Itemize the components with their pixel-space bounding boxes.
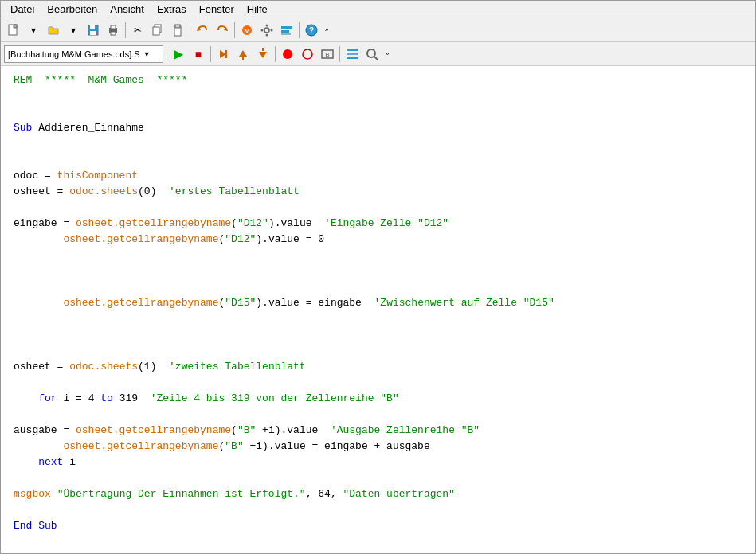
code-line-10: eingabe = osheet.getcellrangebyname("D12… (1, 216, 755, 232)
svg-point-19 (261, 29, 264, 31)
doc-selector-label: [Buchhaltung M&M Games.ods].S (8, 49, 140, 59)
help-button[interactable]: ? (302, 21, 321, 40)
code-line-29: End Sub (1, 518, 755, 534)
app-window: Datei Bearbeiten Ansicht Extras Fenster … (0, 0, 756, 554)
menu-ansicht[interactable]: Ansicht (104, 2, 151, 17)
cut-button[interactable]: ✂ (128, 21, 147, 40)
svg-rect-9 (153, 27, 159, 35)
macro-button[interactable]: M (237, 21, 257, 40)
code-editor[interactable]: REM ***** M&M Games ***** Sub Addieren_E… (1, 66, 755, 553)
menu-hilfe[interactable]: Hilfe (241, 2, 274, 17)
code-line-14 (1, 279, 755, 295)
svg-point-30 (303, 49, 312, 59)
settings-button[interactable] (257, 21, 276, 40)
svg-marker-27 (239, 50, 247, 57)
svg-rect-33 (347, 49, 358, 51)
svg-point-29 (283, 49, 292, 59)
code-line-22 (1, 407, 755, 423)
menu-bearbeiten[interactable]: Bearbeiten (41, 2, 104, 17)
open-dropdown[interactable]: ▾ (64, 21, 83, 40)
svg-text:?: ? (309, 26, 314, 35)
code-line-20 (1, 375, 755, 391)
code-line-9 (1, 200, 755, 216)
code-line-6 (1, 152, 755, 168)
menu-datei[interactable]: Datei (4, 2, 41, 17)
svg-point-18 (266, 33, 268, 36)
main-toolbar: ▾ ▾ ✂ M (1, 18, 755, 42)
code-line-2 (1, 88, 755, 104)
find-button[interactable] (362, 45, 382, 64)
code-line-23: ausgabe = osheet.getcellrangebyname("B" … (1, 423, 755, 439)
svg-point-16 (264, 28, 269, 33)
code-line-12 (1, 248, 755, 263)
separator-5 (166, 46, 166, 62)
new-dropdown[interactable]: ▾ (24, 21, 43, 40)
toolbar-overflow[interactable]: » (322, 21, 331, 40)
svg-rect-22 (281, 30, 289, 33)
print-button[interactable] (104, 21, 123, 40)
separator-6 (210, 46, 211, 62)
step-out-button[interactable] (253, 45, 272, 64)
document-selector[interactable]: [Buchhaltung M&M Games.ods].S ▼ (4, 45, 163, 63)
menu-bar: Datei Bearbeiten Ansicht Extras Fenster … (1, 1, 755, 18)
code-line-1: REM ***** M&M Games ***** (1, 72, 755, 88)
code-line-27: msgbox "Übertragung Der Einnahmen ist Er… (1, 486, 755, 502)
code-line-24: osheet.getcellrangebyname("B" +i).value … (1, 439, 755, 455)
doc-selector-arrow: ▼ (143, 50, 151, 58)
code-line-25: next i (1, 455, 755, 470)
redo-button[interactable] (213, 21, 232, 40)
step-into-button[interactable] (233, 45, 253, 64)
code-line-13 (1, 263, 755, 279)
svg-rect-7 (111, 32, 116, 35)
paste-button[interactable] (168, 21, 187, 40)
svg-text:B: B (325, 51, 329, 58)
separator-7 (275, 46, 276, 62)
stop-button[interactable]: ■ (189, 45, 208, 64)
separator-8 (339, 46, 340, 62)
svg-text:M: M (244, 27, 250, 35)
code-line-19: osheet = odoc.sheets(1) 'zweites Tabelle… (1, 359, 755, 375)
code-line-4: Sub Addieren_Einnahme (1, 120, 755, 136)
step-over-button[interactable] (213, 45, 233, 64)
toolbar2-overflow[interactable]: » (382, 45, 392, 64)
svg-rect-21 (281, 26, 292, 29)
svg-marker-26 (220, 50, 226, 58)
svg-rect-34 (347, 53, 358, 55)
code-line-7: odoc = thisComponent (1, 168, 755, 184)
copy-button[interactable] (148, 21, 167, 40)
code-line-5 (1, 136, 755, 152)
separator-1 (125, 22, 126, 38)
code-line-15: osheet.getcellrangebyname("D15").value =… (1, 295, 755, 311)
code-line-18 (1, 343, 755, 359)
code-line-16 (1, 311, 755, 327)
variables-button[interactable] (343, 45, 362, 64)
secondary-toolbar: [Buchhaltung M&M Games.ods].S ▼ ▶ ■ B (1, 42, 755, 66)
code-line-11: osheet.getcellrangebyname("D12").value =… (1, 232, 755, 248)
menu-fenster[interactable]: Fenster (193, 2, 241, 17)
code-line-17 (1, 327, 755, 343)
separator-2 (190, 22, 190, 38)
new-button[interactable] (4, 21, 23, 40)
svg-rect-1 (14, 25, 17, 28)
clear-breakpoints-button[interactable] (298, 45, 317, 64)
open-button[interactable] (44, 21, 63, 40)
svg-point-17 (266, 24, 268, 26)
svg-rect-23 (281, 33, 291, 35)
separator-4 (299, 22, 300, 38)
svg-rect-11 (175, 25, 180, 28)
menu-extras[interactable]: Extras (151, 2, 193, 17)
snippets-button[interactable] (277, 21, 296, 40)
svg-marker-28 (259, 52, 267, 58)
breakpoint-button[interactable] (278, 45, 297, 64)
watch-button[interactable]: B (318, 45, 337, 64)
run-button[interactable]: ▶ (169, 45, 188, 64)
svg-rect-35 (347, 57, 358, 59)
code-line-8: osheet = odoc.sheets(0) 'erstes Tabellen… (1, 184, 755, 200)
svg-point-36 (367, 49, 375, 57)
svg-rect-3 (90, 25, 95, 29)
save-button[interactable] (84, 21, 103, 40)
svg-point-20 (271, 29, 273, 31)
code-line-3 (1, 104, 755, 120)
code-line-26 (1, 470, 755, 486)
undo-button[interactable] (193, 21, 212, 40)
